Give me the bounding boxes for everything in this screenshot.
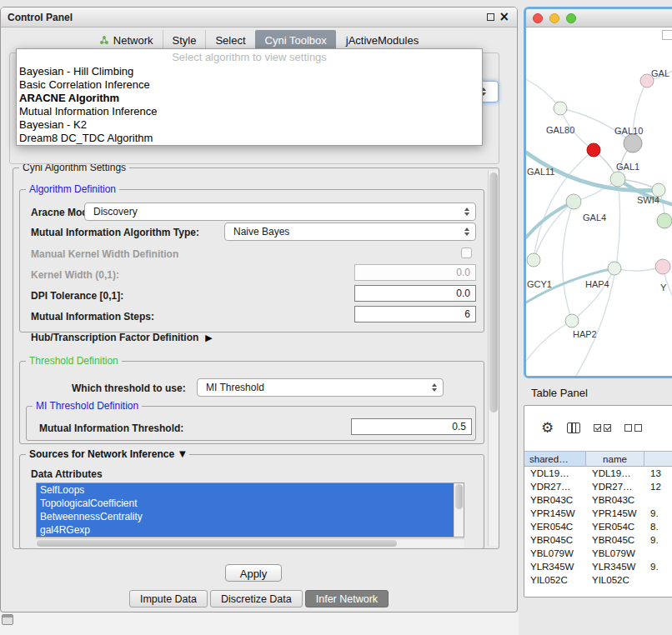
- network-canvas[interactable]: GALGAL80GAL10GAL11GAL1SWI4GAL4GCY1HAP4YH…: [526, 28, 672, 376]
- settings-gear-icon[interactable]: ⚙: [541, 421, 554, 435]
- stepper-icon: [464, 228, 475, 236]
- mi-algorithm-type-select[interactable]: Naive Bayes: [224, 222, 476, 241]
- tab-infer-network[interactable]: Infer Network: [305, 590, 389, 608]
- combo-value: MI Threshold: [198, 382, 432, 393]
- attribute-item-betweennesscentrality[interactable]: BetweennessCentrality: [37, 510, 454, 523]
- control-panel-tabs: NetworkStyleSelectCyni ToolboxjActiveMod…: [1, 30, 517, 50]
- dpi-tolerance-input[interactable]: 0.0: [354, 285, 476, 302]
- network-node[interactable]: [610, 172, 625, 187]
- hub-definition-section[interactable]: Hub/Transcription Factor Definition ▶: [31, 332, 213, 343]
- table-row[interactable]: YDL19…YDL19…13: [524, 467, 672, 480]
- table-row[interactable]: YBL079WYBL079W: [524, 547, 672, 560]
- scrollbar-thumb[interactable]: [455, 484, 463, 509]
- scroll-corner-box[interactable]: [662, 30, 672, 40]
- apply-button[interactable]: Apply: [225, 564, 282, 582]
- table-cell: YDR27…: [586, 480, 644, 493]
- column-header-name[interactable]: name: [586, 451, 644, 467]
- tab-label: Cyni Toolbox: [265, 34, 327, 47]
- mi-threshold-input[interactable]: 0.5: [351, 418, 472, 435]
- collapse-down-icon[interactable]: ▼: [179, 450, 186, 458]
- kernel-width-input[interactable]: 0.0: [354, 264, 476, 281]
- window-title: Control Panel: [8, 12, 73, 23]
- attribute-item-selfloops[interactable]: SelfLoops: [37, 483, 454, 497]
- sources-group-title[interactable]: Sources for Network Inference ▼: [26, 448, 189, 460]
- attributes-scrollbar[interactable]: [454, 483, 464, 537]
- mi-algorithm-type-label: Mutual Information Algorithm Type:: [31, 227, 199, 238]
- tab-discretize-data[interactable]: Discretize Data: [210, 590, 303, 608]
- aracne-mode-select[interactable]: Discovery: [84, 202, 476, 221]
- algorithm-popup-prompt: Select algorithm to view settings: [17, 49, 482, 65]
- table-cell: 9.: [644, 533, 672, 547]
- close-icon[interactable]: ×: [499, 10, 509, 24]
- tab-cyni-toolbox[interactable]: Cyni Toolbox: [255, 30, 336, 50]
- algorithm-option-dream8-dc-tdc-algorithm[interactable]: Dream8 DC_TDC Algorithm: [17, 132, 482, 145]
- checkbox-glyph: [624, 424, 632, 432]
- algorithm-option-bayesian-hill-climbing[interactable]: Bayesian - Hill Climbing: [17, 65, 482, 78]
- attribute-item-topologicalcoefficient[interactable]: TopologicalCoefficient: [37, 497, 454, 510]
- attribute-item-gal4rgexp[interactable]: gal4RGexp: [37, 523, 454, 537]
- minimize-traffic-light-icon[interactable]: [549, 13, 559, 23]
- table-panel-title: Table Panel: [531, 387, 588, 399]
- network-node[interactable]: [527, 253, 540, 267]
- table-cell: YDL19…: [586, 467, 644, 480]
- network-graph[interactable]: GALGAL80GAL10GAL11GAL1SWI4GAL4GCY1HAP4YH…: [526, 28, 672, 376]
- network-node-label: HAP2: [573, 329, 597, 339]
- zoom-traffic-light-icon[interactable]: [566, 13, 576, 23]
- float-window-icon[interactable]: [487, 13, 494, 21]
- docked-panel-icon[interactable]: [2, 614, 13, 625]
- algorithm-definition-title: Algorithm Definition: [26, 183, 119, 195]
- table-cell: YIL052C: [586, 573, 644, 587]
- table-cell: YIL052C: [524, 573, 586, 587]
- table-row[interactable]: YBR043CYBR043C: [524, 493, 672, 507]
- network-node[interactable]: [608, 262, 621, 275]
- mi-steps-input[interactable]: 6: [354, 306, 476, 322]
- algorithm-option-mutual-information-inference[interactable]: Mutual Information Inference: [17, 105, 482, 118]
- which-threshold-select[interactable]: MI Threshold: [197, 378, 444, 397]
- tab-select[interactable]: Select: [205, 30, 254, 50]
- close-traffic-light-icon[interactable]: [533, 13, 543, 23]
- algorithm-option-basic-correlation-inference[interactable]: Basic Correlation Inference: [17, 78, 482, 92]
- network-edge: [526, 202, 574, 238]
- network-node[interactable]: [565, 314, 579, 328]
- network-tab-icon: [99, 35, 109, 45]
- manual-kernel-width-checkbox[interactable]: [461, 248, 472, 258]
- algorithm-option-bayesian-k2[interactable]: Bayesian - K2: [17, 118, 482, 132]
- control-panel-titlebar[interactable]: Control Panel ×: [1, 8, 517, 28]
- deselect-all-checkbox-icon[interactable]: [624, 424, 642, 432]
- tab-style[interactable]: Style: [163, 30, 206, 50]
- table-row[interactable]: YER054CYER054C8.: [524, 520, 672, 533]
- network-node[interactable]: [655, 259, 670, 274]
- network-node[interactable]: [657, 213, 672, 228]
- table-row[interactable]: YLR345WYLR345W9.: [524, 560, 672, 573]
- expand-right-icon[interactable]: ▶: [205, 333, 212, 342]
- tab-impute-data[interactable]: Impute Data: [129, 590, 208, 608]
- network-node-label: GAL4: [583, 212, 606, 222]
- table-row[interactable]: YIL052CYIL052C: [524, 573, 672, 587]
- tab-network[interactable]: Network: [90, 30, 163, 50]
- network-window-titlebar[interactable]: [526, 9, 672, 28]
- scrollbar-thumb[interactable]: [37, 540, 397, 547]
- table-row[interactable]: YBR045CYBR045C9.: [524, 533, 672, 547]
- column-header-2[interactable]: [644, 451, 672, 467]
- table-cell: YBR043C: [524, 493, 586, 507]
- bottom-tabs: Impute DataDiscretize DataInfer Network: [1, 590, 517, 608]
- data-attributes-label: Data Attributes: [31, 468, 103, 480]
- column-layout-icon[interactable]: [567, 422, 580, 433]
- stepper-icon: [464, 208, 475, 216]
- network-node[interactable]: [566, 194, 581, 209]
- tab-jactivemodules[interactable]: jActiveModules: [336, 30, 428, 50]
- data-attributes-list[interactable]: SelfLoopsTopologicalCoefficientBetweenne…: [36, 482, 464, 538]
- table-row[interactable]: YDR27…YDR27…12: [524, 480, 672, 493]
- scrollbar-thumb[interactable]: [489, 172, 498, 412]
- table-row[interactable]: YPR145WYPR145W9.: [524, 507, 672, 520]
- mi-threshold-group-title: MI Threshold Definition: [33, 400, 142, 412]
- settings-scrollbar[interactable]: [488, 171, 499, 546]
- network-node[interactable]: [587, 143, 600, 157]
- algorithm-option-aracne-algorithm[interactable]: ARACNE Algorithm: [17, 92, 482, 105]
- network-view-window[interactable]: GALGAL80GAL10GAL11GAL1SWI4GAL4GCY1HAP4YH…: [524, 7, 672, 378]
- network-node[interactable]: [554, 102, 567, 115]
- attributes-hscrollbar[interactable]: [36, 538, 464, 548]
- column-header-shared[interactable]: shared…: [524, 451, 586, 467]
- network-node[interactable]: [624, 134, 642, 152]
- select-all-checkbox-icon[interactable]: [594, 424, 611, 432]
